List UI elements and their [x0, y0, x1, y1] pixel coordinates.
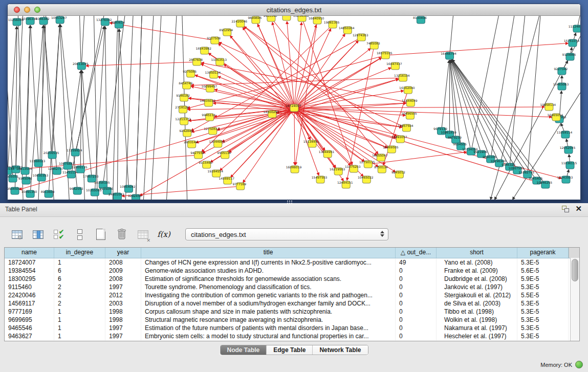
- graph-edge[interactable]: [143, 16, 154, 200]
- table-row[interactable]: 946362711997Embryonic stem cells: a mode…: [5, 332, 579, 340]
- graph-node[interactable]: 13044951: [319, 150, 335, 158]
- graph-node[interactable]: 10946255: [537, 181, 553, 188]
- graph-edge[interactable]: [241, 24, 397, 137]
- graph-node[interactable]: 14850304: [339, 26, 355, 34]
- show-columns-button[interactable]: [30, 227, 46, 242]
- graph-node[interactable]: 11568023: [30, 159, 46, 167]
- graph-node[interactable]: 9750134: [374, 165, 388, 173]
- unselect-all-columns-button[interactable]: [72, 227, 88, 242]
- graph-node[interactable]: 18957504: [398, 124, 413, 132]
- graph-node[interactable]: 9505051: [8, 174, 19, 182]
- column-header-short[interactable]: short: [437, 248, 517, 258]
- graph-node[interactable]: 9127508: [207, 36, 221, 44]
- graph-edge[interactable]: [294, 29, 331, 108]
- column-header-in_degree[interactable]: in_degree: [54, 248, 105, 258]
- graph-edge[interactable]: [294, 25, 316, 108]
- graph-node[interactable]: 9505134: [217, 151, 231, 159]
- graph-node[interactable]: 9777169: [232, 182, 246, 190]
- graph-edge[interactable]: [110, 23, 214, 40]
- graph-edge[interactable]: [151, 16, 162, 200]
- delete-table-button[interactable]: ✕: [135, 227, 150, 242]
- close-icon[interactable]: ✕: [575, 205, 582, 212]
- graph-edge[interactable]: [214, 90, 294, 108]
- minimize-window-button[interactable]: [24, 7, 30, 13]
- graph-node[interactable]: 12052045: [560, 146, 576, 154]
- graph-edge[interactable]: [471, 16, 500, 151]
- graph-node[interactable]: 9242843: [179, 129, 193, 137]
- tab-network-table[interactable]: Network Table: [312, 345, 367, 355]
- graph-node[interactable]: 13950134: [205, 71, 221, 78]
- graph-node[interactable]: 9292450: [128, 194, 142, 200]
- graph-node[interactable]: 9880614: [111, 20, 125, 28]
- graph-edge[interactable]: [442, 60, 449, 131]
- graph-node[interactable]: 9465546: [264, 16, 277, 21]
- graph-edge[interactable]: [80, 71, 81, 169]
- graph-node[interactable]: 2718126: [175, 105, 189, 113]
- graph-edge[interactable]: [450, 16, 454, 56]
- network-view[interactable]: 2061304511256004101963389346382105532871…: [8, 16, 580, 200]
- graph-edge[interactable]: [119, 29, 129, 189]
- graph-edge[interactable]: [43, 16, 54, 200]
- network-canvas[interactable]: 2061304511256004101963389346382105532871…: [8, 16, 580, 200]
- graph-edge[interactable]: [26, 26, 30, 181]
- graph-node[interactable]: 20613045: [73, 62, 89, 70]
- graph-edge[interactable]: [41, 26, 43, 178]
- graph-edge[interactable]: [510, 16, 526, 167]
- graph-edge[interactable]: [125, 16, 133, 200]
- table-row[interactable]: 2242004622012Investigating the contribut…: [5, 291, 579, 299]
- graph-node[interactable]: 14035032: [200, 99, 215, 106]
- table-row[interactable]: 1938455462009Genome-wide association stu…: [5, 267, 579, 275]
- graph-edge[interactable]: [287, 21, 294, 108]
- zoom-window-button[interactable]: [34, 7, 40, 13]
- select-all-columns-button[interactable]: ✔ ✔: [51, 227, 67, 242]
- graph-node[interactable]: 8913604: [41, 190, 55, 198]
- table-selector-dropdown[interactable]: citations_edges.txt: [185, 228, 388, 240]
- graph-node[interactable]: 10465022: [358, 176, 374, 183]
- graph-node[interactable]: 19384554: [207, 169, 223, 177]
- graph-edge[interactable]: [294, 107, 545, 108]
- graph-node[interactable]: 12484151: [337, 181, 353, 188]
- graph-node[interactable]: 2867608: [189, 58, 203, 65]
- graph-node[interactable]: 22420046: [232, 19, 248, 27]
- graph-node[interactable]: 9129965: [562, 53, 576, 60]
- graph-node[interactable]: 11058114: [557, 130, 573, 138]
- graph-node[interactable]: 10553287: [51, 16, 67, 24]
- graph-node[interactable]: 16086019: [286, 165, 302, 173]
- graph-node[interactable]: 16640910: [309, 16, 324, 24]
- table-row[interactable]: 1456911722003Disruption of a novel membe…: [5, 299, 579, 308]
- graph-node[interactable]: 9146182: [176, 94, 190, 101]
- graph-edge[interactable]: [528, 16, 541, 174]
- graph-node[interactable]: 8130406: [413, 16, 427, 24]
- graph-edge[interactable]: [81, 16, 84, 66]
- graph-node[interactable]: 9115460: [199, 161, 212, 168]
- graph-node[interactable]: 9463627: [279, 16, 293, 20]
- graph-node[interactable]: 17359924: [67, 148, 82, 156]
- table-row[interactable]: 1872400712008Changes of HCN gene express…: [5, 258, 579, 267]
- graph-node[interactable]: 24501042: [108, 192, 124, 200]
- table-row[interactable]: 946554611997Estimation of the future num…: [5, 324, 579, 332]
- column-header-title[interactable]: title: [141, 248, 396, 258]
- graph-edge[interactable]: [19, 108, 294, 189]
- table-row[interactable]: 1830029562008Estimation of significance …: [5, 275, 579, 283]
- column-header-year[interactable]: year: [105, 248, 141, 258]
- column-header-name[interactable]: name: [5, 248, 54, 258]
- graph-node[interactable]: 10969505: [383, 145, 399, 153]
- graph-node[interactable]: 9245012: [391, 170, 405, 178]
- table-row[interactable]: 977716911998Corpus callosum shape and si…: [5, 308, 579, 316]
- graph-node[interactable]: 19061305: [324, 20, 340, 28]
- graph-edge[interactable]: [294, 108, 378, 167]
- delete-column-button[interactable]: [114, 227, 129, 242]
- graph-node[interactable]: 16162040: [399, 86, 415, 94]
- function-builder-button[interactable]: f(x): [156, 227, 171, 242]
- window-titlebar[interactable]: citations_edges.txt: [8, 4, 580, 16]
- graph-node[interactable]: 16219503: [330, 167, 345, 175]
- graph-node[interactable]: 10954042: [120, 185, 136, 192]
- column-header-pagerank[interactable]: pagerank: [517, 248, 569, 258]
- graph-node[interactable]: 11124845: [569, 25, 580, 32]
- graph-node[interactable]: 15958134: [540, 103, 556, 111]
- graph-node[interactable]: 9504505: [8, 187, 21, 194]
- scrollbar-thumb[interactable]: [572, 259, 578, 281]
- graph-node[interactable]: 10099407: [201, 84, 217, 92]
- graph-edge[interactable]: [136, 16, 142, 198]
- graph-node[interactable]: 10650353: [33, 173, 49, 181]
